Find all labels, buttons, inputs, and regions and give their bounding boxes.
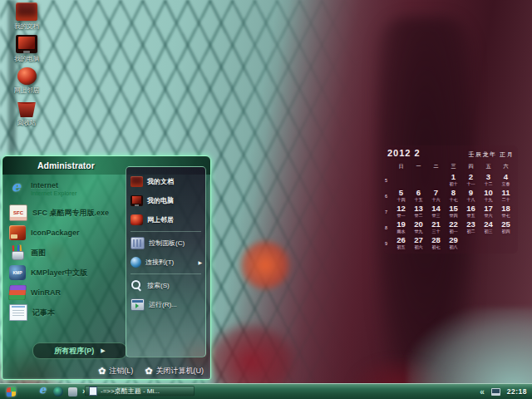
start-menu-item[interactable]: 搜索(S) bbox=[130, 276, 202, 295]
calendar-day-cell: 8十七 bbox=[445, 188, 462, 204]
calendar-weekday: 一 bbox=[410, 163, 427, 170]
calendar-week-number: 6 bbox=[385, 194, 392, 204]
calendar-day-cell: 20廿九 bbox=[410, 219, 427, 235]
calendar-week-row: 819雨水20廿九21三十22初一23初二24初三25初四 bbox=[385, 219, 516, 235]
desktop-icon-label: 我的文档 bbox=[14, 22, 39, 30]
start-menu-item[interactable]: 运行(R)... bbox=[130, 295, 202, 314]
start-menu-item-sublabel: Internet Explorer bbox=[31, 190, 76, 197]
calendar-day-cell: 3十二 bbox=[480, 172, 497, 188]
start-menu-item-label: 我的电脑 bbox=[147, 197, 174, 204]
desk-recycle-icon bbox=[16, 99, 37, 117]
calendar-lunar-label: 廿四 bbox=[445, 213, 462, 218]
pens-icon bbox=[9, 245, 26, 260]
quicklaunch-globe-icon[interactable] bbox=[53, 387, 63, 397]
start-button[interactable] bbox=[7, 386, 32, 397]
calendar-day-number: 22 bbox=[445, 220, 462, 229]
calendar-lunar-label: 廿五 bbox=[462, 213, 480, 218]
quicklaunch-ie-icon[interactable] bbox=[38, 387, 48, 397]
calendar-weekday: 五 bbox=[480, 163, 497, 170]
desktop-icon[interactable]: 我的文档 bbox=[2, 2, 52, 30]
start-menu-item[interactable]: 控制面板(C) bbox=[130, 234, 202, 253]
calendar-day-cell: 10十九 bbox=[480, 188, 497, 204]
mynetwork-icon bbox=[131, 214, 143, 225]
calendar-lunar-label: 十九 bbox=[480, 197, 497, 202]
calendar-lunar-label: 廿九 bbox=[410, 229, 427, 234]
tray-network-icon[interactable] bbox=[491, 388, 500, 396]
calendar-lunar-label: 初四 bbox=[497, 229, 515, 234]
winrar-icon bbox=[8, 285, 27, 300]
calendar-day-cell: 27初六 bbox=[410, 235, 427, 251]
calendar-day-number: 29 bbox=[445, 236, 462, 244]
calendar-day-cell: 12廿一 bbox=[392, 204, 410, 219]
start-menu-item[interactable]: 网上邻居 bbox=[130, 210, 202, 229]
calendar-day-cell: 24初三 bbox=[480, 219, 497, 235]
start-menu-item-text: 记事本 bbox=[32, 308, 55, 317]
calendar-day-cell bbox=[480, 249, 497, 251]
start-menu-item[interactable]: SFC 桌酷网专用版.exe bbox=[7, 204, 123, 221]
calendar-weekday-row: 日一二三四五六 bbox=[385, 163, 516, 170]
all-programs-button[interactable]: 所有程序(P) ▶ bbox=[32, 342, 127, 359]
calendar-week-row: 926初五27初六28初七29初八 bbox=[385, 235, 516, 251]
shutdown-label: 关闭计算机(U) bbox=[156, 366, 204, 377]
start-menu-item[interactable]: 画图 bbox=[7, 244, 123, 261]
calendar-lunar-label: 廿一 bbox=[392, 213, 410, 218]
start-menu-item-label: 网上邻居 bbox=[147, 216, 174, 224]
taskbar-clock[interactable]: 22:18 bbox=[507, 387, 527, 396]
taskbar-task-button[interactable]: -=>>桌酷主题 - Mi... bbox=[85, 386, 195, 397]
start-menu-item[interactable]: 记事本 bbox=[7, 303, 123, 321]
start-menu-item[interactable]: IconPackager bbox=[7, 224, 123, 241]
calendar-lunar-label: 立春 bbox=[497, 181, 515, 186]
calendar-lunar-label: 十七 bbox=[445, 197, 462, 202]
tray-expand-chevron-icon[interactable]: « bbox=[480, 387, 485, 397]
calendar-lunar-label: 初五 bbox=[392, 244, 410, 249]
calendar-day-number: 13 bbox=[410, 204, 427, 213]
start-menu-item-label: KMPlayer中文版 bbox=[31, 268, 87, 277]
start-menu-item[interactable]: 我的文档 bbox=[130, 172, 202, 191]
start-menu-item-label: 控制面板(C) bbox=[149, 239, 185, 247]
calendar-lunar-label: 三十 bbox=[427, 229, 445, 234]
calendar-day-cell: 22初一 bbox=[445, 219, 462, 235]
calendar-day-cell: 2十一 bbox=[462, 172, 480, 188]
desktop-icon-label: 我的电脑 bbox=[14, 55, 39, 62]
start-menu-item[interactable]: InternetInternet Explorer bbox=[7, 176, 123, 201]
desktop-icon[interactable]: 网上邻居 bbox=[2, 67, 52, 94]
sfc-icon bbox=[9, 204, 27, 221]
calendar-lunar-label: 二十 bbox=[497, 197, 515, 202]
calendar-weekday: 二 bbox=[427, 163, 445, 170]
calendar-body: 51初十2十一3十二4立春65十四6十五7十六8十七9十八10十九11二十712… bbox=[385, 172, 516, 251]
calendar-lunar-label: 十五 bbox=[410, 197, 427, 202]
shutdown-button[interactable]: 关闭计算机(U) bbox=[145, 366, 204, 377]
calendar-day-number: 10 bbox=[480, 189, 497, 197]
quicklaunch-show-desktop-icon[interactable] bbox=[68, 387, 77, 397]
calendar-day-number: 18 bbox=[497, 204, 515, 213]
calendar-day-number: 20 bbox=[410, 220, 427, 229]
desk-documents-icon bbox=[16, 2, 37, 21]
task-button-label: -=>>桌酷主题 - Mi... bbox=[101, 387, 160, 395]
logoff-dove-icon bbox=[98, 366, 106, 377]
start-menu-item[interactable]: 我的电脑 bbox=[130, 191, 202, 210]
calendar-day-cell: 25初四 bbox=[497, 219, 515, 235]
calendar-day-number: 25 bbox=[497, 220, 515, 229]
calendar-day-cell: 14廿三 bbox=[427, 204, 445, 219]
calendar-lunar-label: 十四 bbox=[392, 197, 410, 202]
calendar-weekday: 六 bbox=[497, 163, 515, 170]
controlpanel-icon bbox=[131, 237, 145, 249]
desktop-icon[interactable]: 我的电脑 bbox=[2, 35, 52, 62]
calendar-day-number: 4 bbox=[497, 173, 515, 181]
calendar-day-cell: 15廿四 bbox=[445, 204, 462, 219]
start-menu-item[interactable]: 连接到(T)▶ bbox=[130, 253, 202, 272]
start-menu-pinned-list: InternetInternet ExplorerSFC 桌酷网专用版.exeI… bbox=[7, 176, 123, 339]
calendar-day-cell: 7十六 bbox=[427, 188, 445, 204]
start-menu-item[interactable]: KMPlayer中文版 bbox=[7, 264, 123, 281]
desktop-icon[interactable]: 回收站 bbox=[2, 99, 52, 126]
calendar-week-number: 5 bbox=[385, 178, 392, 188]
system-tray: « 22:18 bbox=[480, 384, 527, 399]
all-programs-label: 所有程序(P) bbox=[54, 346, 94, 357]
logoff-button[interactable]: 注销(L) bbox=[98, 366, 133, 377]
start-menu-footer: 注销(L) 关闭计算机(U) bbox=[98, 366, 204, 377]
start-menu-item[interactable]: WinRAR bbox=[7, 283, 123, 301]
ie-icon bbox=[9, 181, 26, 196]
calendar-day-number: 19 bbox=[392, 220, 410, 229]
calendar-day-number: 21 bbox=[427, 220, 445, 229]
start-menu-separator bbox=[131, 273, 201, 274]
